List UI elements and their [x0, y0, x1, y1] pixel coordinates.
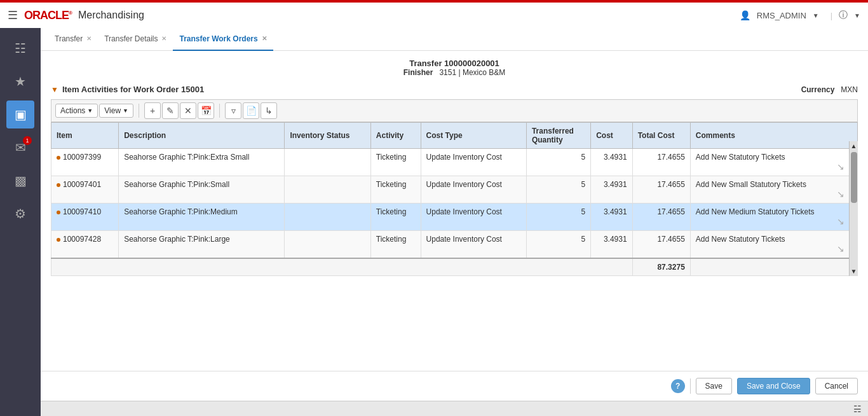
cell-cost-type: Update Inventory Cost: [421, 149, 526, 176]
col-description[interactable]: Description: [119, 123, 285, 149]
tab-transfer-work-orders[interactable]: Transfer Work Orders ✕: [173, 28, 273, 51]
delete-button[interactable]: ✕: [180, 102, 196, 119]
toolbar: Actions ▼ View ▼ + ✎ ✕ 📅 ▿: [51, 99, 858, 122]
table-row[interactable]: 100097399Seahorse Graphic T:Pink:Extra S…: [51, 149, 858, 176]
user-name[interactable]: RMS_ADMIN: [757, 11, 806, 20]
actions-dropdown-icon: ▼: [87, 107, 93, 114]
cell-description: Seahorse Graphic T:Pink:Small: [119, 176, 285, 204]
table-header-row: Item Description Inventory Status Activi…: [51, 123, 858, 149]
sidebar-item-notifications[interactable]: ✉ 1: [6, 134, 34, 162]
col-total-cost[interactable]: Total Cost: [632, 123, 690, 149]
top-bar: ☰ ORACLE® Merchandising 👤 RMS_ADMIN ▼ | …: [0, 0, 868, 28]
tab-transfer[interactable]: Transfer ✕: [48, 28, 98, 51]
cell-description: Seahorse Graphic T:Pink:Extra Small: [119, 149, 285, 176]
col-cost[interactable]: Cost: [591, 123, 632, 149]
cell-inventory-status: [285, 204, 370, 231]
status-bar: ☵: [41, 401, 868, 416]
edit-button[interactable]: ✎: [162, 102, 179, 119]
tab-transfer-details-close[interactable]: ✕: [161, 35, 166, 42]
scroll-up-arrow[interactable]: ▲: [850, 141, 858, 151]
filter-button[interactable]: ▿: [225, 102, 241, 119]
cell-cost: 3.4931: [591, 149, 632, 176]
notification-badge: 1: [23, 136, 32, 145]
col-comments[interactable]: Comments: [690, 123, 857, 149]
tab-transfer-details[interactable]: Transfer Details ✕: [98, 28, 173, 51]
col-item[interactable]: Item: [51, 123, 119, 149]
calendar-button[interactable]: 📅: [198, 102, 214, 119]
table-row[interactable]: 100097428Seahorse Graphic T:Pink:LargeTi…: [51, 231, 858, 259]
transfer-header: Transfer 100000020001 Finisher 3151 | Me…: [51, 59, 858, 77]
save-and-close-button[interactable]: Save and Close: [737, 378, 810, 394]
cell-description: Seahorse Graphic T:Pink:Medium: [119, 204, 285, 231]
table-wrapper: Item Description Inventory Status Activi…: [51, 122, 858, 276]
row-indicator: [57, 183, 60, 187]
total-label: [51, 258, 633, 276]
row-indicator: [57, 211, 60, 214]
col-activity[interactable]: Activity: [370, 123, 421, 149]
export-button[interactable]: 📄: [243, 102, 259, 119]
actions-button[interactable]: Actions ▼: [55, 104, 98, 118]
view-label: View: [104, 106, 121, 115]
cell-total-cost: 17.4655: [632, 204, 690, 231]
actions-label: Actions: [60, 106, 85, 115]
row-indicator: [57, 238, 60, 242]
total-cost-sum: 87.3275: [632, 258, 690, 276]
cell-total-cost: 17.4655: [632, 231, 690, 259]
transfer-id: Transfer 100000020001: [51, 59, 858, 68]
cell-transferred-qty: 5: [526, 231, 590, 259]
sidebar-item-tasks[interactable]: ▣: [6, 101, 34, 128]
help-dropdown-icon[interactable]: ▼: [854, 12, 860, 19]
table-row[interactable]: 100097410Seahorse Graphic T:Pink:MediumT…: [51, 204, 858, 231]
hamburger-icon[interactable]: ☰: [8, 8, 18, 22]
sidebar-item-favorites[interactable]: ★: [6, 67, 34, 95]
scroll-thumb[interactable]: [851, 152, 857, 203]
help-button[interactable]: ?: [671, 379, 685, 393]
cell-transferred-qty: 5: [526, 204, 590, 231]
cell-comments: Add New Small Statutory Tickets↘: [690, 176, 857, 204]
user-dropdown-icon[interactable]: ▼: [813, 12, 819, 19]
save-button[interactable]: Save: [696, 378, 732, 394]
table-total-row: 87.3275: [51, 258, 858, 276]
status-icon[interactable]: ☵: [853, 404, 862, 414]
sidebar-item-settings[interactable]: ⚙: [6, 200, 34, 228]
section-arrow-icon[interactable]: ▼: [51, 85, 58, 94]
col-inventory-status[interactable]: Inventory Status: [285, 123, 370, 149]
cell-description: Seahorse Graphic T:Pink:Large: [119, 231, 285, 259]
tab-transfer-work-orders-close[interactable]: ✕: [262, 35, 267, 42]
sidebar-item-reports[interactable]: ▩: [6, 167, 34, 195]
col-cost-type[interactable]: Cost Type: [421, 123, 526, 149]
user-icon: 👤: [740, 10, 750, 20]
cell-cost-type: Update Inventory Cost: [421, 204, 526, 231]
cell-activity: Ticketing: [370, 149, 421, 176]
import-button[interactable]: ↳: [261, 102, 277, 119]
toolbar-sep-1: [139, 104, 139, 118]
tab-transfer-close[interactable]: ✕: [86, 35, 92, 42]
btn-separator: [690, 378, 691, 394]
row-indicator: [57, 156, 60, 160]
col-transferred-qty[interactable]: TransferredQuantity: [526, 123, 590, 149]
total-comments-empty: [690, 258, 857, 276]
cell-item: 100097399: [51, 149, 119, 176]
view-button[interactable]: View ▼: [99, 104, 133, 118]
bottom-bar: ? Save Save and Close Cancel: [41, 371, 868, 401]
tab-transfer-work-orders-label: Transfer Work Orders: [179, 34, 257, 43]
sidebar: ☷ ★ ▣ ✉ 1 ▩ ⚙: [0, 28, 41, 416]
data-table: Item Description Inventory Status Activi…: [51, 122, 858, 276]
cancel-button[interactable]: Cancel: [815, 378, 858, 394]
cell-transferred-qty: 5: [526, 176, 590, 204]
cell-cost: 3.4931: [591, 204, 632, 231]
cell-cost: 3.4931: [591, 231, 632, 259]
oracle-logo: ORACLE®: [24, 9, 72, 22]
table-row[interactable]: 100097401Seahorse Graphic T:Pink:SmallTi…: [51, 176, 858, 204]
cell-item: 100097401: [51, 176, 119, 204]
help-icon[interactable]: ⓘ: [839, 10, 848, 21]
app-title: Merchandising: [78, 10, 144, 21]
add-button[interactable]: +: [144, 102, 161, 119]
page-area: Transfer 100000020001 Finisher 3151 | Me…: [41, 51, 868, 371]
cell-total-cost: 17.4655: [632, 176, 690, 204]
currency-label: Currency: [801, 85, 835, 94]
scroll-down-arrow[interactable]: ▼: [850, 267, 858, 276]
cell-item: 100097428: [51, 231, 119, 259]
sidebar-item-home[interactable]: ☷: [6, 34, 34, 62]
cell-inventory-status: [285, 231, 370, 259]
